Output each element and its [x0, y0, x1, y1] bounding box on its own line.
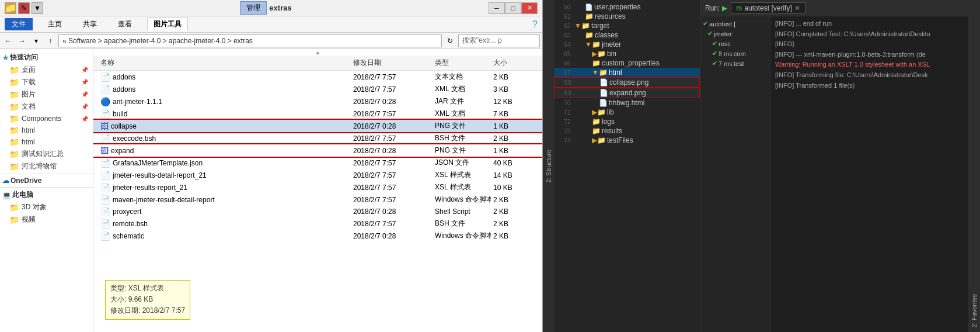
pin-icon: 📌 [81, 103, 88, 110]
test-item-autotest[interactable]: ✔ autotest [ [703, 19, 768, 29]
test-item-test[interactable]: ✔ 7 ms test [703, 58, 768, 68]
tree-item-classes[interactable]: 63 📁 classes [554, 30, 700, 40]
tab-file[interactable]: 文件 [5, 18, 33, 30]
file-row-collapse[interactable]: 🖼collapse 2018/2/7 0:28 PNG 文件 1 KB [93, 120, 542, 132]
ide-main-area: 2: Structure 60 📄 user.properties 61 📁 r… [543, 0, 980, 332]
pass-icon: ✔ [712, 60, 717, 67]
file-icon: 📄 [599, 89, 608, 97]
maximize-button[interactable]: □ [505, 2, 521, 14]
search-box[interactable]: 搜索"extr... ρ [458, 34, 540, 47]
col-type[interactable]: 类型 [433, 57, 491, 69]
refresh-button[interactable]: ↻ [444, 35, 456, 47]
tree-item-results[interactable]: 73 📁 results [554, 126, 700, 136]
console-line: [INFO] Transforming file: C:\Users\Admin… [775, 70, 964, 81]
minimize-button[interactable]: ─ [489, 2, 505, 14]
sidebar-item-components[interactable]: 📁 Components 📌 [0, 113, 93, 124]
test-item-jmeter[interactable]: ✔ jmeter: [703, 29, 768, 39]
tab-picture-tools[interactable]: 图片工具 [147, 18, 188, 31]
toolbar-icon-1[interactable]: 📁 [5, 2, 16, 14]
tree-item-user-properties[interactable]: 60 📄 user.properties [554, 2, 700, 12]
tab-home[interactable]: 主页 [42, 18, 68, 30]
tree-item-collapse-png[interactable]: 68 📄 collapse.png [554, 77, 700, 88]
tree-item-expand-png[interactable]: 69 📄 expand.png [554, 88, 700, 98]
up-button[interactable]: ↑ [44, 35, 56, 47]
sidebar-item-3d[interactable]: 📁 3D 对象 [0, 201, 93, 213]
file-date: 2018/2/7 7:57 [351, 109, 433, 119]
file-row[interactable]: 📄addons 2018/2/7 7:57 文本文档 2 KB [93, 71, 542, 83]
sidebar-item-video[interactable]: 📁 视频 [0, 213, 93, 226]
console-line: [INFO] Transformed 1 file(s) [775, 81, 964, 91]
sidebar-item-test-knowledge[interactable]: 📁 测试知识汇总 [0, 148, 93, 160]
run-tab-name: autotest [verify] [744, 4, 791, 12]
structure-label[interactable]: 2: Structure [545, 150, 552, 183]
tree-item-testfiles[interactable]: 74 ▶📁 testFiles [554, 136, 700, 145]
col-date[interactable]: 修改日期 [351, 57, 433, 69]
tab-view[interactable]: 查看 [112, 18, 138, 30]
right-content: Run: ▶ m autotest [verify] ✕ ✔ autotest … [700, 0, 968, 332]
run-tab-bar: Run: ▶ m autotest [verify] ✕ [700, 0, 968, 16]
file-size: 10 KB [491, 183, 538, 192]
pass-icon: ✔ [712, 50, 717, 57]
manage-tab[interactable]: 管理 [240, 1, 267, 15]
folder-icon: 📁 [9, 137, 19, 147]
test-item-resc[interactable]: ✔ resc [703, 39, 768, 49]
col-size[interactable]: 大小 [491, 57, 538, 69]
test-item-com[interactable]: ✔ 8 ms com [703, 49, 768, 58]
sidebar-item-html1[interactable]: 📁 html [0, 124, 93, 136]
tree-item-resources[interactable]: 61 📁 resources [554, 12, 700, 21]
file-row[interactable]: 🔵ant-jmeter-1.1.1 2018/2/7 0:28 JAR 文件 1… [93, 95, 542, 108]
file-row[interactable]: 📄maven-jmeter-result-detail-report 2018/… [93, 193, 542, 206]
file-name: 🔵ant-jmeter-1.1.1 [98, 96, 351, 107]
tree-item-hhbwg[interactable]: 70 📄 hhbwg.html [554, 98, 700, 108]
toolbar-icon-3[interactable]: ▼ [32, 2, 43, 14]
sidebar-item-desktop[interactable]: 📁 桌面 📌 [0, 64, 93, 76]
run-play-icon[interactable]: ▶ [722, 4, 727, 12]
file-row[interactable]: 📄addons 2018/2/7 7:57 XML 文档 3 KB [93, 83, 542, 95]
file-type: XSL 样式表 [433, 182, 491, 193]
run-tab[interactable]: m autotest [verify] ✕ [731, 2, 805, 14]
run-tab-icon: m [736, 4, 742, 12]
file-row[interactable]: 📄proxycert 2018/2/7 0:28 Shell Script 2 … [93, 206, 542, 217]
file-row[interactable]: 📄build 2018/2/7 7:57 XML 文档 7 KB [93, 108, 542, 120]
file-name: 📄jmeter-results-detail-report_21 [98, 170, 351, 181]
file-row[interactable]: 📄remote.bsh 2018/2/7 7:57 BSH 文件 2 KB [93, 217, 542, 230]
file-row[interactable]: 📄schematic 2018/2/7 0:28 Windows 命令脚本 2 … [93, 230, 542, 242]
file-date: 2018/2/7 0:28 [351, 207, 433, 216]
sidebar-item-documents[interactable]: 📁 文档 📌 [0, 101, 93, 113]
favorites-label[interactable]: 2: Favorites [971, 294, 978, 327]
help-button[interactable]: ? [532, 19, 538, 30]
file-name: 📄jmeter-results-report_21 [98, 182, 351, 193]
sidebar-item-pictures[interactable]: 📁 图片 📌 [0, 88, 93, 101]
tree-item-bin[interactable]: 65 ▶📁 bin [554, 49, 700, 58]
tree-item-jmeter[interactable]: 64 ▼📁 jmeter [554, 40, 700, 49]
recent-button[interactable]: ▾ [30, 35, 42, 47]
close-run-tab[interactable]: ✕ [794, 4, 800, 12]
computer-icon: 💻 [2, 191, 11, 199]
file-name: 📄remote.bsh [98, 219, 351, 229]
file-row[interactable]: 📄GrafanaJMeterTemplate.json 2018/2/7 7:5… [93, 157, 542, 169]
sidebar-item-downloads[interactable]: 📁 下载 📌 [0, 76, 93, 88]
sidebar-item-hebei-museum[interactable]: 📁 河北博物馆 [0, 160, 93, 172]
close-button[interactable]: ✕ [521, 2, 538, 14]
toolbar-icon-2[interactable]: ✎ [18, 2, 30, 14]
tree-item-custom-props[interactable]: 66 📁 custom_properties [554, 58, 700, 68]
file-row[interactable]: 📄jmeter-results-detail-report_21 2018/2/… [93, 169, 542, 181]
console-line: [INFO] ... end of run [775, 19, 964, 29]
back-button[interactable]: ← [2, 35, 14, 47]
structure-panel: 2: Structure [543, 0, 554, 332]
folder-icon: 📁 [592, 127, 601, 135]
tab-share[interactable]: 共享 [77, 18, 103, 30]
forward-button[interactable]: → [16, 35, 28, 47]
folder-icon: ▼📁 [592, 68, 608, 77]
scroll-up[interactable]: ▲ [93, 49, 542, 56]
address-path[interactable]: « Software > apache-jmeter-4.0 > apache-… [58, 34, 442, 47]
col-name[interactable]: 名称 [98, 57, 351, 69]
tree-item-logs[interactable]: 72 📁 logs [554, 117, 700, 126]
file-row-jmeter-report[interactable]: 📄jmeter-results-report_21 2018/2/7 7:57 … [93, 181, 542, 193]
tree-item-target[interactable]: 62 ▼📁 target [554, 21, 700, 30]
tree-item-html[interactable]: 67 ▼📁 html [554, 68, 700, 77]
sidebar-item-html2[interactable]: 📁 html [0, 136, 93, 148]
file-row-expand[interactable]: 🖼expand 2018/2/7 0:28 PNG 文件 1 KB [93, 144, 542, 157]
tree-item-lib[interactable]: 71 ▶📁 lib [554, 108, 700, 117]
file-row[interactable]: 📄execcode.bsh 2018/2/7 7:57 BSH 文件 2 KB [93, 132, 542, 144]
